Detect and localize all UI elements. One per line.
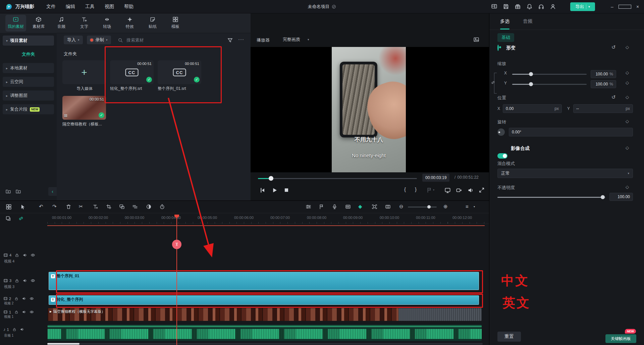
voiceover-icon[interactable]: [332, 204, 337, 210]
new-folder-icon[interactable]: [5, 188, 11, 194]
account-icon[interactable]: [550, 3, 556, 10]
speed-icon[interactable]: [159, 204, 165, 210]
reset-position-icon[interactable]: ↺: [611, 94, 616, 100]
keyframe-icon[interactable]: ◆: [358, 204, 362, 210]
more-options-icon[interactable]: ···: [238, 36, 244, 42]
quality-dropdown[interactable]: 完整画质▾: [279, 35, 313, 44]
mute-icon[interactable]: [22, 253, 27, 257]
tab-audio-props[interactable]: 音频: [523, 13, 532, 30]
collapse-sidebar-button[interactable]: ‹: [48, 187, 57, 196]
close-button[interactable]: ×: [631, 0, 644, 13]
reset-transform-icon[interactable]: ↺: [611, 44, 616, 50]
pos-y-input[interactable]: --px: [573, 104, 633, 113]
opacity-keyframe-icon[interactable]: ◇: [626, 184, 629, 189]
marker-caret-icon[interactable]: ▾: [433, 188, 434, 191]
hide-icon[interactable]: [31, 278, 35, 283]
lock-icon[interactable]: [14, 310, 18, 314]
resources-icon[interactable]: [515, 3, 521, 10]
previous-frame-button[interactable]: [259, 187, 266, 193]
rotate-keyframe-icon[interactable]: ◇: [626, 119, 629, 124]
split-icon[interactable]: ✂: [79, 204, 83, 210]
crop-frame-icon[interactable]: [372, 204, 377, 210]
menu-view[interactable]: 视图: [105, 4, 114, 10]
zoom-slider-handle[interactable]: [427, 205, 431, 209]
scale-x-slider[interactable]: [512, 74, 587, 75]
tab-my-media[interactable]: 我的素材: [5, 15, 26, 32]
scale-x-slider-handle[interactable]: [529, 72, 533, 76]
workspace-layout-icon[interactable]: [491, 3, 497, 10]
search-input[interactable]: [126, 37, 171, 43]
split-at-playhead-button[interactable]: ✂: [172, 240, 181, 249]
tab-stock-library[interactable]: 素材库: [28, 15, 49, 32]
reset-button[interactable]: 重置: [497, 332, 521, 342]
support-icon[interactable]: [538, 3, 544, 10]
media-board-icon[interactable]: [6, 204, 12, 210]
track-header-video3[interactable]: 3 视频 3: [0, 278, 47, 289]
save-icon[interactable]: [503, 3, 509, 10]
mute-icon[interactable]: [22, 310, 26, 314]
play-button[interactable]: [271, 187, 278, 193]
mask-icon[interactable]: [146, 204, 152, 210]
scale-y-keyframe-icon[interactable]: ◇: [626, 80, 629, 85]
track-header-video4[interactable]: 4 视频 4: [0, 253, 47, 264]
rotate-input[interactable]: 0.00°: [509, 128, 633, 136]
sidebar-item-adjustment-layer[interactable]: ▸调整图层: [3, 91, 54, 101]
sidebar-item-compound-clip[interactable]: ▸复合片段NEW: [3, 104, 54, 114]
tab-templates[interactable]: 模板: [165, 15, 186, 32]
select-tool-icon[interactable]: [20, 204, 26, 210]
tab-multiselect[interactable]: 多选: [500, 13, 509, 30]
position-keyframe-icon[interactable]: ◇: [626, 95, 629, 100]
pos-x-input[interactable]: 0.00px: [503, 104, 562, 113]
timeline-scrollbar[interactable]: [47, 343, 483, 345]
fullscreen-button[interactable]: [479, 187, 485, 193]
hide-icon[interactable]: [30, 310, 34, 314]
menu-help[interactable]: 帮助: [124, 4, 133, 10]
filter-icon[interactable]: [227, 37, 233, 43]
text-tool-icon[interactable]: [93, 204, 98, 210]
mute-icon[interactable]: [22, 296, 26, 301]
redo-icon[interactable]: ↷: [52, 204, 57, 210]
volume-button[interactable]: [467, 187, 474, 193]
track-header-video2[interactable]: 2 视频 2: [0, 296, 47, 306]
opacity-slider-handle[interactable]: [601, 195, 605, 199]
link-scale-icon[interactable]: [491, 80, 495, 85]
subtitle-clip-bottom[interactable]: T转化_整个序列: [49, 295, 479, 305]
sidebar-item-folder[interactable]: 文件夹: [3, 49, 54, 59]
auto-ripple-link-icon[interactable]: [18, 216, 24, 221]
undo-icon[interactable]: ↶: [39, 204, 43, 210]
menu-tools[interactable]: 工具: [85, 4, 95, 10]
track-manager-icon[interactable]: [132, 204, 138, 210]
import-button[interactable]: 导入▾: [64, 36, 83, 44]
marker-flag-button[interactable]: [426, 187, 432, 193]
mute-icon[interactable]: [22, 278, 27, 283]
minimize-button[interactable]: –: [606, 0, 619, 13]
track-header-audio1[interactable]: ♪ 1 音频 1: [0, 327, 47, 338]
track-height-caret-icon[interactable]: ▾: [474, 205, 475, 208]
zoom-in-icon[interactable]: ⊕: [443, 204, 448, 210]
hide-icon[interactable]: [31, 253, 35, 257]
keyframe-diamond-icon[interactable]: ◇: [626, 45, 629, 50]
tab-stickers[interactable]: 贴纸: [142, 15, 163, 32]
marker-icon[interactable]: [319, 204, 324, 210]
scale-x-keyframe-icon[interactable]: ◇: [626, 70, 629, 75]
snapshot-button[interactable]: [456, 187, 462, 193]
filmstrip-icon[interactable]: [385, 204, 391, 210]
rotation-knob[interactable]: [497, 128, 505, 136]
mark-out-button[interactable]: }: [415, 186, 417, 192]
crop-icon[interactable]: [106, 204, 112, 210]
subtitle-icon[interactable]: [345, 204, 351, 210]
compositing-toggle[interactable]: [497, 153, 507, 159]
opacity-slider[interactable]: [497, 197, 605, 198]
delete-icon[interactable]: [66, 204, 71, 210]
timeline-scrollbar-thumb[interactable]: [47, 343, 79, 345]
mirror-display-button[interactable]: [444, 187, 451, 193]
seek-bar[interactable]: [258, 178, 417, 179]
opacity-value[interactable]: 100.00: [609, 193, 633, 201]
menu-edit[interactable]: 编辑: [66, 4, 75, 10]
preview-display-icon[interactable]: [473, 37, 479, 43]
stop-button[interactable]: [283, 187, 289, 193]
compositing-keyframe-icon[interactable]: ◇: [626, 145, 629, 150]
sidebar-item-cloud[interactable]: ▸云空间: [3, 77, 54, 87]
blend-mode-dropdown[interactable]: 正常▾: [497, 169, 633, 178]
hide-icon[interactable]: [30, 296, 34, 301]
